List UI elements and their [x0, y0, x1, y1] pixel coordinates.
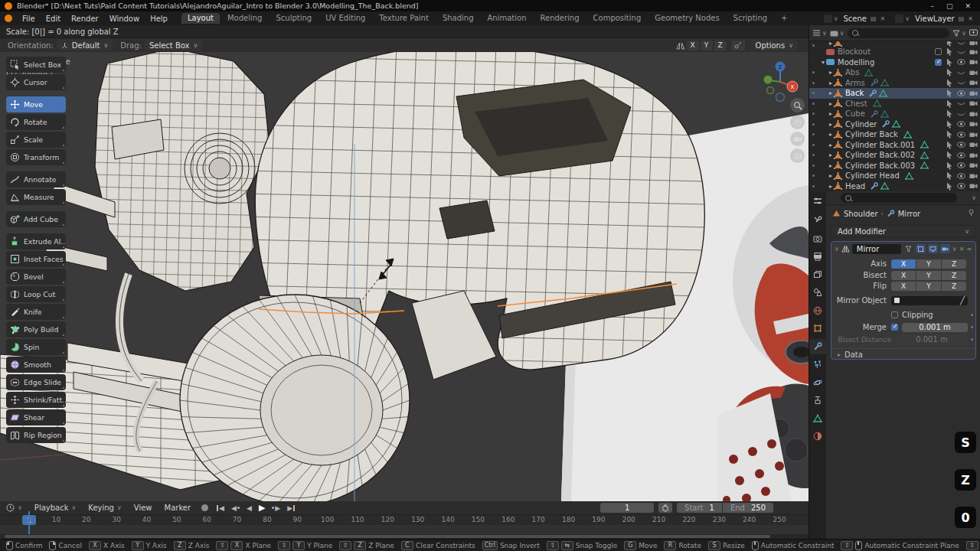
- flip-z-button[interactable]: Z: [942, 282, 966, 291]
- tool-shear[interactable]: Shear: [6, 409, 66, 425]
- outliner-row-cylinder-back-003[interactable]: ▸Cylinder Back.003: [809, 161, 980, 171]
- tool-extrude[interactable]: Extrude Al...: [6, 233, 66, 249]
- selectable-icon[interactable]: [946, 99, 953, 108]
- jump-to-start-button[interactable]: ◀: [214, 504, 227, 513]
- remove-viewlayer-icon[interactable]: ✕: [968, 15, 973, 22]
- tab-scripting[interactable]: Scripting: [727, 13, 773, 24]
- tool-smooth[interactable]: Smooth: [6, 357, 66, 373]
- properties-tab-modifiers[interactable]: [809, 339, 826, 354]
- selectable-icon[interactable]: [946, 171, 953, 180]
- previous-keyframe-button[interactable]: ◀: [229, 504, 242, 513]
- modifier-drag-handle[interactable]: ≡: [966, 246, 972, 253]
- properties-tab-object-data[interactable]: [809, 411, 826, 426]
- outliner-row-head[interactable]: ▸Head: [809, 181, 980, 192]
- eye-open-icon[interactable]: [957, 90, 965, 96]
- eye-open-icon[interactable]: [957, 132, 965, 138]
- tool-knife[interactable]: Knife: [6, 304, 66, 320]
- zoom-icon[interactable]: [790, 98, 805, 112]
- axis-z-button[interactable]: Z: [942, 259, 966, 269]
- bisect-y-button[interactable]: Y: [916, 271, 941, 280]
- viewlayer-selector[interactable]: ∨ ViewLayer▤✕: [895, 14, 977, 24]
- camera-visibility-icon[interactable]: [969, 80, 978, 86]
- close-button[interactable]: ✕: [965, 2, 971, 10]
- timeline-editor-type-icon[interactable]: ∨: [0, 504, 28, 512]
- clipping-checkbox[interactable]: [891, 311, 898, 318]
- eye-open-icon[interactable]: [957, 59, 965, 65]
- toggle-ortho-icon[interactable]: [790, 148, 805, 163]
- properties-tab-scene[interactable]: [809, 285, 826, 300]
- tab-modeling[interactable]: Modeling: [221, 13, 269, 24]
- eyedropper-icon[interactable]: ╱: [960, 296, 965, 305]
- outliner-row-cylinder-head[interactable]: ▸Cylinder Head: [809, 171, 980, 181]
- selectable-icon[interactable]: [946, 109, 953, 118]
- outliner-row-modelling[interactable]: ▾Modelling: [809, 57, 980, 68]
- tool-scale[interactable]: Scale: [6, 132, 66, 148]
- disclosure-icon[interactable]: ▸: [828, 90, 834, 96]
- selectable-icon[interactable]: [946, 161, 953, 170]
- selectable-icon[interactable]: [946, 58, 953, 67]
- camera-visibility-icon[interactable]: [969, 152, 978, 158]
- gizmo-negative-z-axis[interactable]: [776, 93, 785, 102]
- tool-add-cube[interactable]: Add Cube: [6, 211, 66, 227]
- tool-spin[interactable]: Spin: [6, 339, 66, 355]
- disclosure-icon[interactable]: ▸: [828, 142, 834, 148]
- tool-loop-cut[interactable]: Loop Cut: [6, 286, 66, 302]
- viewport-3d[interactable]: User Perspective (1) Shoulder Z X: [0, 52, 808, 501]
- timeline-ruler[interactable]: 1 10203040506070809010011012013014015016…: [0, 514, 808, 526]
- properties-tab-object[interactable]: [809, 321, 826, 336]
- animate-dot[interactable]: [971, 314, 973, 316]
- tool-annotate[interactable]: Annotate: [6, 171, 66, 187]
- frame-start-field[interactable]: Start1: [677, 503, 722, 513]
- outliner-row-abs[interactable]: ▸Abs: [809, 67, 980, 78]
- breadcrumb-modifier[interactable]: Mirror: [898, 210, 920, 218]
- tool-rip-region[interactable]: Rip Region: [6, 427, 66, 443]
- merge-checkbox[interactable]: [891, 324, 898, 331]
- gizmo-negative-y-axis[interactable]: [767, 87, 774, 94]
- properties-search-input[interactable]: [841, 193, 957, 203]
- outliner-row-partial[interactable]: ▸: [809, 41, 980, 47]
- modifier-extras-icon[interactable]: ∨: [952, 246, 957, 253]
- modifier-close-icon[interactable]: ✕: [959, 246, 965, 253]
- eye-closed-icon[interactable]: [957, 111, 965, 117]
- tool-transform[interactable]: Transform: [6, 149, 66, 165]
- selectable-icon[interactable]: [946, 47, 953, 56]
- gizmo-y-axis[interactable]: [764, 76, 773, 84]
- next-keyframe-button[interactable]: ▶: [270, 504, 283, 513]
- properties-editor-type-icon[interactable]: [809, 193, 826, 208]
- snap-falloff-icon[interactable]: [731, 41, 745, 51]
- camera-visibility-icon[interactable]: [969, 49, 978, 55]
- selectable-icon[interactable]: [946, 79, 953, 87]
- disclosure-icon[interactable]: ▸: [828, 162, 834, 169]
- collection-checkbox[interactable]: [935, 59, 942, 66]
- play-reverse-button[interactable]: ◀: [244, 504, 254, 513]
- modifier-name-field[interactable]: Mirror: [852, 244, 901, 254]
- properties-tab-particles[interactable]: [809, 357, 826, 372]
- flip-y-button[interactable]: Y: [916, 282, 941, 291]
- eye-open-icon[interactable]: [957, 173, 965, 179]
- tool-measure[interactable]: Measure: [6, 189, 66, 205]
- mirror-axis-z[interactable]: Z: [714, 41, 727, 51]
- tab-+[interactable]: +: [775, 13, 793, 24]
- outliner-row-cylinder-back-002[interactable]: ▸Cylinder Back.002: [809, 150, 980, 161]
- outliner-row-cylinder[interactable]: ▸Cylinder: [809, 119, 980, 130]
- blender-menu-icon[interactable]: [5, 15, 12, 22]
- eye-closed-icon[interactable]: [957, 41, 965, 46]
- disclosure-icon[interactable]: ▸: [828, 172, 834, 179]
- eye-closed-icon[interactable]: [957, 49, 965, 55]
- orientation-dropdown[interactable]: Default∨: [57, 40, 113, 51]
- collapse-chevron-icon[interactable]: ∨: [835, 246, 839, 253]
- tool-bevel[interactable]: Bevel: [6, 269, 66, 285]
- timeline-menu-view[interactable]: View: [128, 504, 158, 512]
- camera-visibility-icon[interactable]: [969, 121, 978, 127]
- camera-visibility-icon[interactable]: [969, 162, 978, 168]
- mirror-object-field[interactable]: ╱: [891, 296, 968, 305]
- axis-y-button[interactable]: Y: [916, 259, 941, 269]
- outliner-row-cube[interactable]: ▸Cube: [809, 109, 980, 119]
- selectable-icon[interactable]: [946, 151, 953, 159]
- selectable-icon[interactable]: [946, 41, 953, 47]
- tab-rendering[interactable]: Rendering: [534, 13, 585, 24]
- camera-visibility-icon[interactable]: [969, 90, 978, 96]
- eye-open-icon[interactable]: [957, 152, 965, 158]
- tab-compositing[interactable]: Compositing: [587, 13, 648, 24]
- selectable-icon[interactable]: [946, 130, 953, 139]
